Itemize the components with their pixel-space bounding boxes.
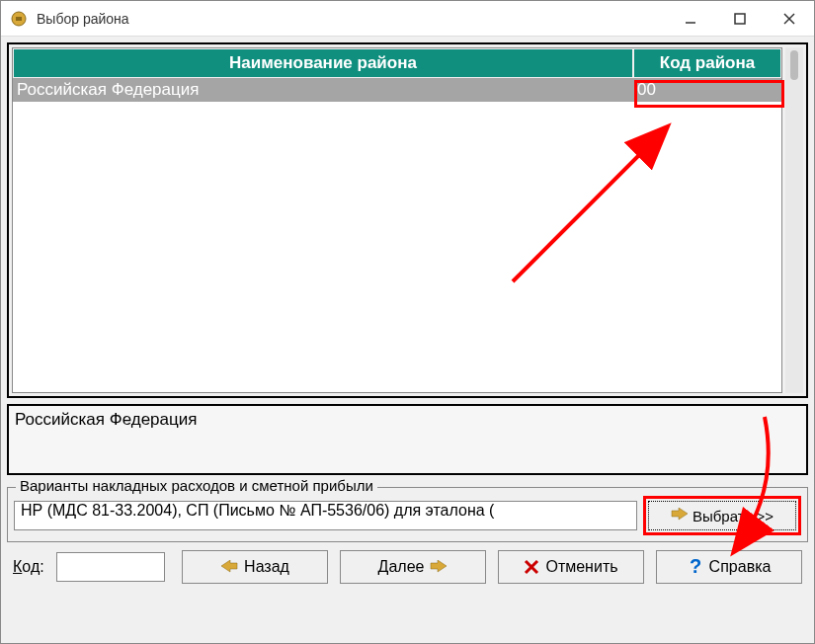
window-title: Выбор района xyxy=(37,11,129,27)
selected-region-box: Российская Федерация xyxy=(7,404,808,475)
code-input[interactable] xyxy=(56,552,165,582)
help-button[interactable]: ? Справка xyxy=(656,550,802,584)
help-icon: ? xyxy=(688,557,703,577)
help-label: Справка xyxy=(709,558,772,576)
table-frame: Наименование района Код района Российска… xyxy=(7,42,808,398)
table-row[interactable]: Российская Федерация 00 xyxy=(13,78,781,102)
minimize-button[interactable] xyxy=(666,1,715,36)
variants-value[interactable]: НР (МДС 81-33.2004), СП (Письмо № АП-553… xyxy=(14,501,637,530)
bottom-bar: Код: Назад Далее Отменить ? Справка xyxy=(7,542,808,592)
col-region-name: Наименование района xyxy=(13,48,633,78)
regions-table: Наименование района Код района Российска… xyxy=(12,47,782,393)
svg-rect-1 xyxy=(16,17,22,21)
col-region-code: Код района xyxy=(633,48,781,78)
code-label: Код: xyxy=(13,558,44,576)
maximize-button[interactable] xyxy=(715,1,765,36)
x-icon xyxy=(524,559,539,575)
cancel-button[interactable]: Отменить xyxy=(498,550,644,584)
titlebar: Выбор района xyxy=(1,1,814,37)
vertical-scrollbar[interactable] xyxy=(785,47,803,393)
choose-button[interactable]: Выбрать >> xyxy=(648,501,796,530)
hand-right-icon xyxy=(430,560,448,574)
dialog-window: Выбор района Наименование района Код рай… xyxy=(0,0,815,644)
selected-region-text: Российская Федерация xyxy=(15,410,197,429)
content-area: Наименование района Код района Российска… xyxy=(1,37,814,643)
choose-highlight: Выбрать >> xyxy=(643,496,801,535)
cell-code: 00 xyxy=(633,78,781,102)
close-button[interactable] xyxy=(765,1,814,36)
back-label: Назад xyxy=(244,558,289,576)
back-button[interactable]: Назад xyxy=(182,550,328,584)
app-icon xyxy=(7,7,31,31)
cell-name: Российская Федерация xyxy=(13,78,633,102)
variants-group: Варианты накладных расходов и сметной пр… xyxy=(7,487,808,542)
table-body: Российская Федерация 00 xyxy=(13,78,781,392)
svg-rect-3 xyxy=(735,14,745,24)
svg-text:?: ? xyxy=(690,557,701,577)
cancel-label: Отменить xyxy=(545,558,617,576)
window-buttons xyxy=(666,1,814,36)
variants-legend: Варианты накладных расходов и сметной пр… xyxy=(16,477,377,494)
next-label: Далее xyxy=(378,558,425,576)
choose-label: Выбрать >> xyxy=(693,508,774,524)
next-button[interactable]: Далее xyxy=(340,550,486,584)
table-header: Наименование района Код района xyxy=(13,48,781,78)
hand-left-icon xyxy=(220,560,238,574)
hand-right-icon xyxy=(671,508,689,524)
